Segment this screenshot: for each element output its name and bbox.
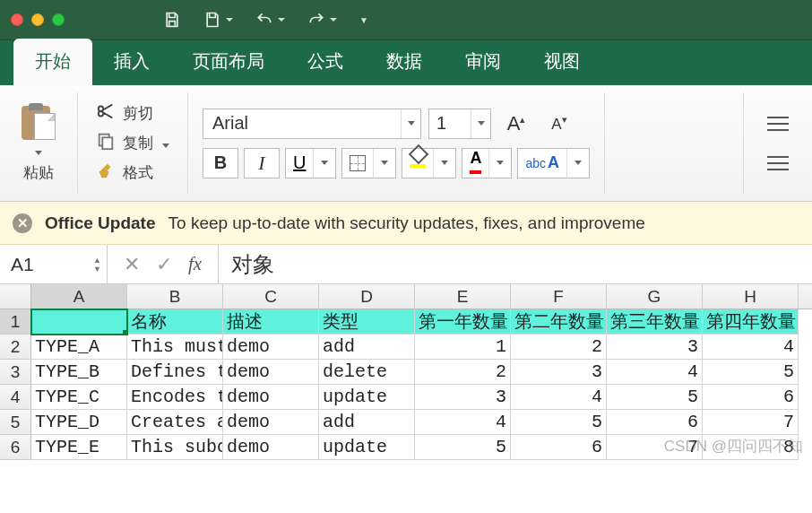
tab-home[interactable]: 开始 <box>13 39 92 85</box>
formula-input[interactable]: 对象 <box>219 245 812 283</box>
cell[interactable]: 3 <box>607 335 703 360</box>
cell[interactable]: 第四年数量 <box>703 309 799 335</box>
fx-icon[interactable]: fx <box>188 253 202 275</box>
copy-button[interactable]: 复制 <box>96 131 169 155</box>
cell[interactable] <box>31 309 127 335</box>
cell[interactable]: 7 <box>703 410 799 435</box>
italic-button[interactable]: I <box>244 148 280 178</box>
cell[interactable]: 2 <box>511 335 607 360</box>
cell[interactable]: 名称 <box>127 309 223 335</box>
row-header[interactable]: 3 <box>0 360 31 385</box>
col-header-A[interactable]: A <box>31 284 127 309</box>
col-header-F[interactable]: F <box>511 284 607 309</box>
font-name-select[interactable]: Arial <box>203 109 421 139</box>
cell[interactable]: demo <box>223 360 319 385</box>
cell[interactable]: This must <box>127 335 223 360</box>
cell[interactable]: 4 <box>511 385 607 410</box>
cell[interactable]: 4 <box>607 360 703 385</box>
cut-button[interactable]: 剪切 <box>96 101 169 126</box>
close-notice-button[interactable]: ✕ <box>13 213 32 233</box>
tab-layout[interactable]: 页面布局 <box>171 39 286 85</box>
cell[interactable]: TYPE_D <box>31 410 127 435</box>
cell[interactable]: add <box>319 410 415 435</box>
cell[interactable]: update <box>319 435 415 460</box>
tab-review[interactable]: 审阅 <box>444 39 523 85</box>
cell[interactable]: demo <box>223 385 319 410</box>
align-menu-button-2[interactable] <box>760 148 796 178</box>
cell[interactable]: TYPE_A <box>31 335 127 360</box>
fill-color-button[interactable] <box>402 148 456 178</box>
zoom-window-button[interactable] <box>52 13 65 26</box>
cell[interactable]: delete <box>319 360 415 385</box>
font-size-select[interactable]: 1 <box>428 109 491 139</box>
minimize-window-button[interactable] <box>31 13 44 26</box>
cell[interactable]: demo <box>223 335 319 360</box>
row-header[interactable]: 5 <box>0 410 31 435</box>
row-header[interactable]: 6 <box>0 435 31 460</box>
select-all-corner[interactable] <box>0 284 31 309</box>
align-menu-button[interactable] <box>760 109 796 139</box>
cell[interactable]: TYPE_E <box>31 435 127 460</box>
underline-button[interactable]: U <box>285 148 336 178</box>
name-box-stepper[interactable]: ▲▼ <box>93 256 101 273</box>
col-header-B[interactable]: B <box>127 284 223 309</box>
cancel-formula-button[interactable]: ✕ <box>124 253 140 276</box>
row-header[interactable]: 1 <box>0 309 31 335</box>
cell[interactable]: update <box>319 385 415 410</box>
redo-button[interactable] <box>307 11 337 29</box>
spreadsheet-grid[interactable]: A B C D E F G H 1 名称 描述 类型 第一年数量 第二年数量 第… <box>0 284 812 460</box>
col-header-G[interactable]: G <box>607 284 703 309</box>
cell[interactable]: 第三年数量 <box>607 309 703 335</box>
save-dropdown[interactable] <box>203 11 233 29</box>
cell[interactable]: 4 <box>415 410 511 435</box>
cell[interactable]: demo <box>223 435 319 460</box>
cell[interactable]: This subc <box>127 435 223 460</box>
copy-dropdown[interactable] <box>162 135 169 152</box>
tab-data[interactable]: 数据 <box>365 39 444 85</box>
cell[interactable]: 3 <box>511 360 607 385</box>
border-button[interactable] <box>341 148 396 178</box>
cell[interactable]: 7 <box>607 435 703 460</box>
decrease-font-button[interactable]: A▾ <box>541 109 577 139</box>
cell[interactable]: 类型 <box>319 309 415 335</box>
col-header-C[interactable]: C <box>223 284 319 309</box>
font-color-button[interactable]: A <box>462 148 512 178</box>
tab-formulas[interactable]: 公式 <box>286 39 365 85</box>
paste-button[interactable]: 粘贴 <box>11 100 66 187</box>
cell[interactable]: TYPE_C <box>31 385 127 410</box>
tab-insert[interactable]: 插入 <box>92 39 171 85</box>
cell[interactable]: 5 <box>607 385 703 410</box>
cell[interactable]: 第一年数量 <box>415 309 511 335</box>
cell[interactable]: 5 <box>415 435 511 460</box>
cell[interactable]: 4 <box>703 335 799 360</box>
cell[interactable]: 1 <box>415 335 511 360</box>
undo-button[interactable] <box>255 11 285 29</box>
cell[interactable]: Creates a <box>127 410 223 435</box>
cell[interactable]: 6 <box>703 385 799 410</box>
col-header-E[interactable]: E <box>415 284 511 309</box>
cell[interactable]: Encodes t <box>127 385 223 410</box>
cell[interactable]: 3 <box>415 385 511 410</box>
cell[interactable]: 第二年数量 <box>511 309 607 335</box>
cell[interactable]: 8 <box>703 435 799 460</box>
name-box[interactable]: A1 ▲▼ <box>0 245 108 283</box>
qat-customize[interactable]: ▼ <box>359 15 368 25</box>
accept-formula-button[interactable]: ✓ <box>156 253 172 276</box>
row-header[interactable]: 2 <box>0 335 31 360</box>
cell[interactable]: TYPE_B <box>31 360 127 385</box>
bold-button[interactable]: B <box>203 148 238 178</box>
cell[interactable]: 6 <box>511 435 607 460</box>
phonetic-button[interactable]: A <box>517 148 590 178</box>
cell[interactable]: Defines t <box>127 360 223 385</box>
tab-view[interactable]: 视图 <box>523 39 601 85</box>
cell[interactable]: demo <box>223 410 319 435</box>
cell[interactable]: 6 <box>607 410 703 435</box>
cell[interactable]: 5 <box>511 410 607 435</box>
row-header[interactable]: 4 <box>0 385 31 410</box>
col-header-D[interactable]: D <box>319 284 415 309</box>
col-header-H[interactable]: H <box>703 284 799 309</box>
close-window-button[interactable] <box>11 13 23 26</box>
increase-font-button[interactable]: A▴ <box>498 109 534 139</box>
save-icon[interactable] <box>163 11 181 29</box>
cell[interactable]: add <box>319 335 415 360</box>
